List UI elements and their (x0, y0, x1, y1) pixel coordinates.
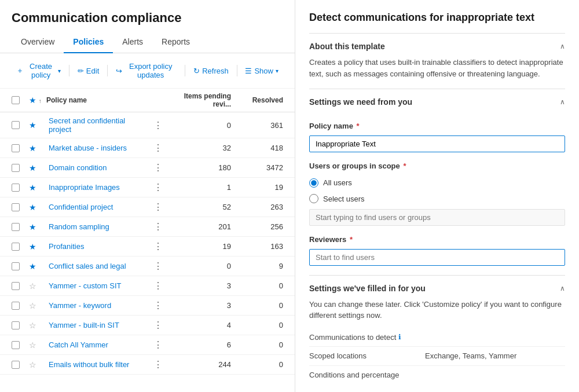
row-star[interactable]: ★ (29, 183, 46, 192)
row-more-icon[interactable]: ⋮ (149, 202, 167, 213)
star-filled-icon[interactable]: ★ (29, 262, 36, 271)
row-checkbox[interactable] (12, 321, 20, 329)
star-empty-icon[interactable]: ☆ (29, 281, 36, 291)
star-filled-icon[interactable]: ★ (29, 183, 36, 192)
row-more-icon[interactable]: ⋮ (149, 339, 167, 350)
row-star[interactable]: ★ (29, 120, 46, 130)
star-empty-icon[interactable]: ☆ (29, 301, 36, 310)
star-filled-icon[interactable]: ★ (29, 120, 36, 130)
row-name[interactable]: Domain condition (46, 163, 149, 172)
star-empty-icon[interactable]: ☆ (29, 360, 36, 369)
row-checkbox[interactable] (12, 184, 20, 192)
star-filled-icon[interactable]: ★ (29, 222, 36, 232)
row-checkbox[interactable] (12, 223, 20, 231)
sort-asc-icon: ↑ (39, 98, 42, 104)
info-icon[interactable]: ℹ (398, 332, 401, 342)
export-button[interactable]: ↪ Export policy updates (111, 59, 181, 82)
all-users-radio[interactable] (309, 178, 318, 188)
row-name[interactable]: Conflict sales and legal (46, 262, 149, 270)
table-row: ★ Secret and confidential project ⋮ 0 36… (0, 112, 295, 138)
row-star[interactable]: ☆ (29, 360, 46, 369)
edit-button[interactable]: ✏ Edit (73, 64, 104, 78)
row-more-icon[interactable]: ⋮ (149, 120, 167, 131)
row-star[interactable]: ★ (29, 262, 46, 271)
row-more-icon[interactable]: ⋮ (149, 261, 167, 272)
row-name[interactable]: Profanities (46, 242, 149, 251)
select-users-radio[interactable] (309, 194, 318, 203)
row-pending: 6 (167, 340, 243, 349)
star-filled-icon[interactable]: ★ (29, 203, 36, 212)
row-checkbox[interactable] (12, 341, 20, 349)
select-all-checkbox[interactable] (12, 96, 20, 104)
nav-tabs: Overview Policies Alerts Reports (0, 31, 295, 53)
row-star[interactable]: ☆ (29, 281, 46, 291)
users-search-input[interactable] (309, 209, 565, 226)
row-more-icon[interactable]: ⋮ (149, 241, 167, 252)
star-sort-icon: ★ (29, 96, 36, 105)
comms-key: Communications to detect ℹ (309, 332, 425, 343)
create-policy-button[interactable]: ＋ Create policy ▾ (12, 59, 65, 82)
row-checkbox[interactable] (12, 302, 20, 310)
row-checkbox[interactable] (12, 262, 20, 270)
row-star[interactable]: ☆ (29, 321, 46, 330)
star-empty-icon[interactable]: ☆ (29, 340, 36, 350)
row-more-icon[interactable]: ⋮ (149, 142, 167, 153)
table-row: ★ Confidential project ⋮ 52 263 (0, 197, 295, 217)
row-more-icon[interactable]: ⋮ (149, 221, 167, 232)
refresh-button[interactable]: ↻ Refresh (189, 64, 233, 78)
row-star[interactable]: ★ (29, 203, 46, 212)
settings-section-header[interactable]: Settings we need from you ∧ (309, 89, 565, 112)
row-resolved: 361 (243, 121, 283, 130)
row-checkbox[interactable] (12, 203, 20, 211)
row-more-icon[interactable]: ⋮ (149, 162, 167, 173)
locations-row: Scoped locations Exchange, Teams, Yammer (309, 347, 565, 366)
row-checkbox[interactable] (12, 361, 20, 369)
star-filled-icon[interactable]: ★ (29, 144, 36, 153)
row-more-icon[interactable]: ⋮ (149, 300, 167, 311)
settings-section-title: Settings we need from you (309, 97, 412, 107)
row-checkbox[interactable] (12, 243, 20, 251)
show-button[interactable]: ☰ Show ▾ (240, 64, 283, 78)
tab-policies[interactable]: Policies (64, 31, 113, 53)
row-name[interactable]: Yammer - custom SIT (46, 281, 149, 290)
row-star[interactable]: ★ (29, 222, 46, 232)
all-users-radio-item[interactable]: All users (309, 177, 565, 189)
filled-section-header[interactable]: Settings we've filled in for you ∧ (309, 276, 565, 299)
row-checkbox[interactable] (12, 121, 20, 129)
row-name[interactable]: Yammer - built-in SIT (46, 321, 149, 329)
header-star[interactable]: ★ ↑ (29, 96, 46, 105)
row-name[interactable]: Market abuse - insiders (46, 144, 149, 152)
reviewers-input[interactable] (309, 249, 565, 266)
tab-overview[interactable]: Overview (12, 31, 64, 53)
row-star[interactable]: ★ (29, 163, 46, 173)
row-more-icon[interactable]: ⋮ (149, 280, 167, 291)
row-name[interactable]: Yammer - keyword (46, 301, 149, 310)
star-filled-icon[interactable]: ★ (29, 163, 36, 173)
comms-row: Communications to detect ℹ (309, 328, 565, 347)
tab-reports[interactable]: Reports (152, 31, 199, 53)
row-more-icon[interactable]: ⋮ (149, 320, 167, 331)
row-more-icon[interactable]: ⋮ (149, 182, 167, 193)
row-star[interactable]: ☆ (29, 301, 46, 310)
about-section-header[interactable]: About this template ∧ (309, 34, 565, 57)
row-name[interactable]: Random sampling (46, 222, 149, 231)
row-name[interactable]: Secret and confidential project (46, 116, 149, 134)
row-star[interactable]: ☆ (29, 340, 46, 350)
row-checkbox[interactable] (12, 144, 20, 152)
row-name[interactable]: Emails without bulk filter (46, 360, 149, 369)
row-checkbox[interactable] (12, 282, 20, 290)
row-checkbox[interactable] (12, 164, 20, 172)
star-filled-icon[interactable]: ★ (29, 242, 36, 251)
star-empty-icon[interactable]: ☆ (29, 321, 36, 330)
row-name[interactable]: Catch All Yammer (46, 340, 149, 349)
row-name[interactable]: Confidential project (46, 203, 149, 211)
policy-name-input[interactable] (309, 135, 565, 152)
row-resolved: 263 (243, 203, 283, 211)
row-star[interactable]: ★ (29, 242, 46, 251)
tab-alerts[interactable]: Alerts (113, 31, 152, 53)
row-name[interactable]: Inappropriate Images (46, 183, 149, 192)
row-check (12, 302, 29, 310)
row-star[interactable]: ★ (29, 144, 46, 153)
select-users-radio-item[interactable]: Select users (309, 193, 565, 205)
row-more-icon[interactable]: ⋮ (149, 359, 167, 370)
